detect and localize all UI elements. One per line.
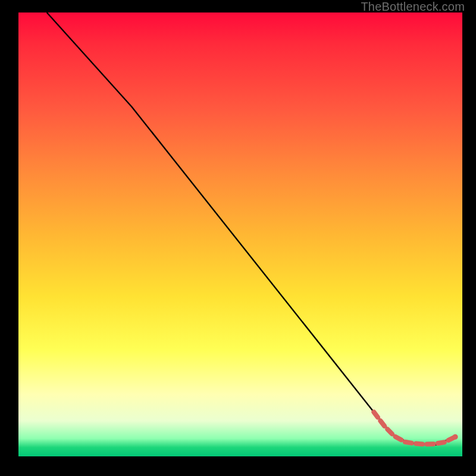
svg-line-2 — [387, 429, 392, 434]
watermark: TheBottleneck.com — [361, 0, 465, 14]
svg-line-0 — [374, 412, 378, 418]
svg-line-1 — [380, 421, 384, 426]
dashed-tail — [374, 412, 454, 444]
svg-line-5 — [416, 444, 422, 444]
end-dot — [453, 434, 458, 440]
bottleneck-curve — [47, 12, 456, 445]
svg-line-7 — [438, 442, 444, 443]
chart-overlay — [18, 12, 462, 456]
svg-line-4 — [405, 442, 412, 443]
svg-line-3 — [396, 437, 402, 440]
chart-frame: TheBottleneck.com — [0, 0, 476, 476]
